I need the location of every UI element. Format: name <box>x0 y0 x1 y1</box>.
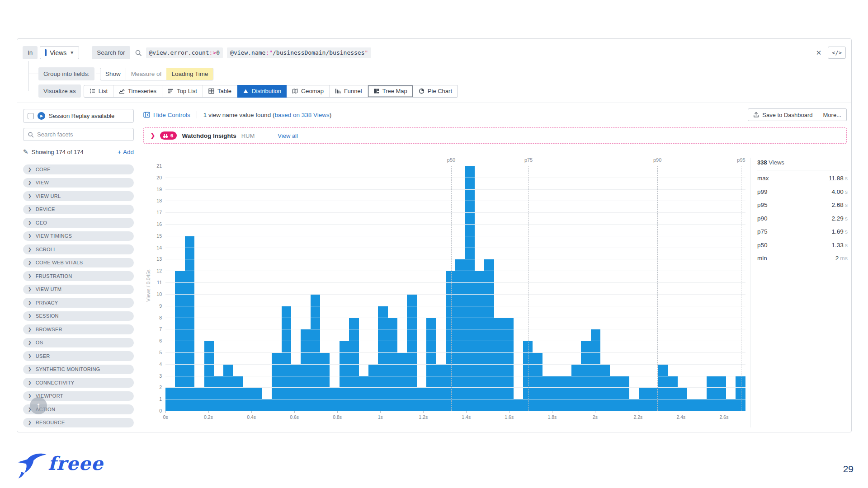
viz-tab-pie-chart[interactable]: Pie Chart <box>413 85 458 97</box>
stat-unit: s <box>845 216 848 222</box>
x-tick-label: 0.2s <box>204 414 213 420</box>
facet-group-core[interactable]: ❯CORE <box>23 164 134 174</box>
histogram-bar[interactable] <box>561 376 571 411</box>
facet-group-browser[interactable]: ❯BROWSER <box>23 324 134 334</box>
histogram-bar[interactable] <box>697 399 707 411</box>
x-tick-mark <box>466 411 467 413</box>
histogram-bar[interactable] <box>282 306 291 411</box>
facet-label: USER <box>36 353 50 359</box>
stat-label: p95 <box>757 202 768 208</box>
percentile-label-p75: p75 <box>524 157 533 163</box>
histogram-bar[interactable] <box>552 376 561 411</box>
search-input[interactable]: @view.error.count:>0@view.name:"/busines… <box>130 46 813 59</box>
facet-group-connectivity[interactable]: ❯CONNECTIVITY <box>23 378 134 388</box>
save-to-dashboard-button[interactable]: Save to Dashboard <box>748 108 818 121</box>
distribution-chart: 01234567891011121314151617181920210s0.2s… <box>165 166 745 411</box>
measure-of-label[interactable]: Measure of <box>126 68 167 80</box>
show-selector[interactable]: Show <box>100 68 126 80</box>
histogram-bar[interactable] <box>610 376 619 411</box>
histogram-bar[interactable] <box>359 376 368 411</box>
facet-group-view[interactable]: ❯VIEW <box>23 178 134 188</box>
histogram-bar[interactable] <box>591 329 600 411</box>
viz-tab-table[interactable]: Table <box>203 85 237 97</box>
histogram-bar[interactable] <box>620 376 629 411</box>
histogram-bar[interactable] <box>542 376 552 411</box>
viz-tab-top-list[interactable]: Top List <box>162 85 203 97</box>
x-tick-label: 0.8s <box>333 414 342 420</box>
query-token[interactable]: @view.error.count:>0 <box>146 47 223 58</box>
facet-group-resource[interactable]: ❯RESOURCE <box>23 418 134 428</box>
viz-tab-distribution[interactable]: Distribution <box>237 85 287 98</box>
histogram-bar[interactable] <box>707 376 716 411</box>
y-tick-label: 12 <box>156 268 162 273</box>
session-replay-checkbox[interactable] <box>28 113 34 119</box>
histogram-bar[interactable] <box>455 259 465 411</box>
scroll-to-top-button[interactable]: ↑ <box>30 397 47 414</box>
facet-search[interactable] <box>23 128 134 141</box>
source-selector[interactable]: Views ▼ <box>40 46 79 59</box>
histogram-bar[interactable] <box>378 306 387 411</box>
gridline <box>165 364 745 365</box>
y-tick-label: 21 <box>156 163 162 169</box>
facet-group-view-utm[interactable]: ❯VIEW UTM <box>23 285 134 295</box>
session-replay-filter[interactable]: ▶ Session Replay available <box>23 109 134 123</box>
gridline <box>165 376 745 376</box>
watchdog-view-all-link[interactable]: View all <box>278 132 298 139</box>
chevron-right-icon: ❯ <box>28 247 32 252</box>
measure-value-selector[interactable]: Loading Time <box>166 68 213 80</box>
expand-chevron-icon[interactable]: ❯ <box>151 132 155 139</box>
histogram-bar[interactable] <box>736 376 745 411</box>
viz-tab-timeseries[interactable]: Timeseries <box>113 85 162 97</box>
viz-tab-list[interactable]: List <box>84 85 113 97</box>
facet-group-scroll[interactable]: ❯SCROLL <box>23 244 134 254</box>
histogram-bar[interactable] <box>272 352 281 411</box>
facet-group-core-web-vitals[interactable]: ❯CORE WEB VITALS <box>23 258 134 268</box>
stat-value: 2 <box>835 255 839 262</box>
histogram-bar[interactable] <box>262 399 272 411</box>
histogram-bar[interactable] <box>726 399 736 411</box>
histogram-bar[interactable] <box>397 352 407 411</box>
rum-explorer-panel: In Views ▼ Search for @view.error.count:… <box>17 38 852 432</box>
add-facet-button[interactable]: +Add <box>118 149 134 155</box>
clear-search-icon[interactable]: ✕ <box>816 49 822 57</box>
based-on-views-link[interactable]: based on 338 Views <box>274 112 329 118</box>
facet-group-user[interactable]: ❯USER <box>23 351 134 361</box>
facet-group-view-url[interactable]: ❯VIEW URL <box>23 191 134 201</box>
histogram-bar[interactable] <box>233 376 243 411</box>
histogram-bar[interactable] <box>514 399 523 411</box>
viz-tab-geomap[interactable]: Geomap <box>287 85 330 97</box>
facet-group-privacy[interactable]: ❯PRIVACY <box>23 298 134 308</box>
histogram-bar[interactable] <box>668 376 678 411</box>
histogram-bar[interactable] <box>533 352 542 411</box>
stat-row-p50: p501.33s <box>757 239 848 252</box>
hide-controls-button[interactable]: Hide Controls <box>143 112 190 118</box>
search-icon <box>28 131 34 138</box>
gridline <box>165 282 745 283</box>
histogram-bar[interactable] <box>629 399 639 411</box>
facet-search-input[interactable] <box>37 131 129 138</box>
facet-group-os[interactable]: ❯OS <box>23 338 134 348</box>
histogram-bar[interactable] <box>320 352 330 411</box>
facet-group-session[interactable]: ❯SESSION <box>23 311 134 321</box>
viz-tab-tree-map[interactable]: Tree Map <box>368 85 413 97</box>
histogram-bar[interactable] <box>301 329 310 411</box>
code-view-button[interactable]: </> <box>828 47 846 59</box>
histogram-bar[interactable] <box>716 376 726 411</box>
histogram-bar[interactable] <box>214 376 223 411</box>
pencil-icon[interactable]: ✎ <box>23 148 28 155</box>
facet-group-device[interactable]: ❯DEVICE <box>23 205 134 215</box>
x-tick-label: 0s <box>163 414 168 420</box>
query-token[interactable]: @view.name:"/businessDomain/businesses" <box>227 47 371 58</box>
histogram-bar[interactable] <box>484 259 494 411</box>
facet-group-synthetic-monitoring[interactable]: ❯SYNTHETIC MONITORING <box>23 365 134 375</box>
facet-group-view-timings[interactable]: ❯VIEW TIMINGS <box>23 231 134 241</box>
facet-group-frustration[interactable]: ❯FRUSTRATION <box>23 271 134 281</box>
histogram-bar[interactable] <box>465 166 475 411</box>
x-tick-label: 2s <box>593 414 598 420</box>
histogram-bar[interactable] <box>687 399 697 411</box>
histogram-bar[interactable] <box>185 236 194 411</box>
percentile-line-p90 <box>657 166 658 411</box>
viz-tab-funnel[interactable]: Funnel <box>330 85 368 97</box>
more-button[interactable]: More... <box>818 108 847 121</box>
facet-group-geo[interactable]: ❯GEO <box>23 218 134 228</box>
